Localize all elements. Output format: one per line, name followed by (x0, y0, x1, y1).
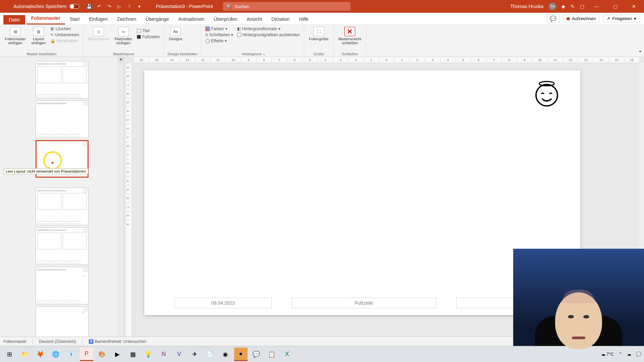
telegram-icon[interactable]: ✈ (188, 348, 201, 361)
comments-button[interactable]: 💬 (547, 14, 559, 23)
username-label[interactable]: Thomas Hruska (510, 4, 543, 9)
tab-zeichnen[interactable]: Zeichnen (112, 14, 141, 24)
themes-button[interactable]: AaDesigns (168, 26, 184, 42)
tab-animationen[interactable]: Animationen (174, 14, 209, 24)
firefox-icon[interactable]: 🦊 (34, 348, 47, 361)
excel-icon[interactable]: X (280, 348, 294, 361)
insert-layout-button[interactable]: ▥Layout einfügen (30, 26, 47, 46)
vlc-icon[interactable]: ▶ (111, 348, 124, 361)
search-box[interactable]: 🔍 Suchen (223, 2, 351, 11)
qat-more-icon[interactable]: ▾ (137, 3, 143, 9)
save-icon[interactable]: 💾 (86, 3, 92, 9)
tab-datei[interactable]: Datei (3, 15, 25, 24)
pen-icon[interactable]: ✎ (571, 4, 575, 9)
onedrive-tray-icon[interactable]: ☁ (627, 352, 631, 357)
close-icon: ✕ (344, 27, 355, 36)
app-icon-1[interactable]: ▦ (126, 348, 140, 361)
colors-button[interactable]: Farben ▾ (205, 26, 234, 32)
layout-thumb-6[interactable]: Mastertitelformat bearbeiten //// (36, 267, 89, 304)
tab-start[interactable]: Start (65, 14, 85, 24)
powerpoint-icon[interactable]: P (80, 348, 93, 361)
status-language[interactable]: Deutsch (Österreich) (39, 339, 76, 344)
layout-thumb-2[interactable]: Mastertitelformat bearbeiten (36, 101, 89, 138)
title-checkbox[interactable]: Titel (136, 28, 161, 34)
windows-taskbar: ⊞ 📁 🦊 🌐 📧 P 🎨 ▶ ▦ 💡 N V ✈ 📄 ◉ ● 💬 📋 X ☁ … (0, 346, 644, 362)
discord-icon[interactable]: 💬 (250, 348, 263, 361)
undo-icon[interactable]: ↶ (96, 3, 102, 9)
group-masterlayout: Masterlayout (87, 52, 161, 56)
background-styles-button[interactable]: ◧Hintergrundformate ▾ (236, 26, 301, 32)
fonts-button[interactable]: ASchriftarten ▾ (205, 32, 234, 38)
horizontal-ruler: 1615141312111098765432101234567891011121… (133, 57, 639, 63)
ribbon-collapse-button[interactable]: ⌃ (638, 25, 644, 57)
recording-app-icon[interactable]: ● (234, 348, 248, 361)
footers-checkbox[interactable]: Fußzeilen (136, 34, 161, 40)
ribbon: ▤Folienmaster einfügen ▥Layout einfügen … (0, 25, 644, 57)
outlook-icon[interactable]: 📧 (64, 348, 78, 361)
pdf-icon[interactable]: 📄 (203, 348, 217, 361)
weather-widget[interactable]: ☁ 7°C (601, 352, 614, 357)
scroll-up-icon[interactable]: ▴ (118, 57, 124, 62)
redo-icon[interactable]: ↷ (106, 3, 112, 9)
hide-bg-graphics-checkbox[interactable]: Hintergrundgrafiken ausblenden (236, 32, 301, 38)
avatar[interactable]: TH (549, 3, 556, 10)
smiley-shape[interactable] (533, 80, 560, 107)
close-master-view-button[interactable]: ✕Masteransicht schließen (337, 26, 363, 46)
chrome-icon[interactable]: 🌐 (49, 348, 62, 361)
thumbnail-pane[interactable]: Mastertitelformat bearbeiten Mastertitel… (0, 57, 124, 352)
thumb-close-icon (84, 62, 87, 66)
tab-ansicht[interactable]: Ansicht (242, 14, 267, 24)
tab-einfuegen[interactable]: Einfügen (84, 14, 112, 24)
close-button[interactable]: ✕ (627, 0, 641, 13)
effects-button[interactable]: ◯Effekte ▾ (205, 38, 234, 44)
window-icon[interactable]: ▢ (580, 4, 584, 9)
share-button[interactable]: ↗Freigeben▾ (603, 15, 640, 22)
tab-folienmaster[interactable]: Folienmaster (26, 13, 65, 24)
tab-ueberpruefen[interactable]: Überprüfen (209, 14, 242, 24)
app-icon-2[interactable]: 💡 (142, 348, 155, 361)
autosave-toggle[interactable]: Automatisches Speichern (13, 4, 79, 9)
file-explorer-icon[interactable]: 📁 (18, 348, 32, 361)
insert-placeholder-button[interactable]: ▭Platzhalter einfügen (113, 26, 133, 46)
tab-dictation[interactable]: Dictation (267, 14, 294, 24)
tab-uebergaenge[interactable]: Übergänge (141, 14, 173, 24)
thumb-scrollbar[interactable]: ▴ ▾ (118, 57, 124, 352)
layout-thumb-5[interactable]: Mastertitelformat bearbeiten (36, 227, 89, 265)
layout-icon: ▥ (33, 27, 44, 36)
start-button[interactable]: ⊞ (3, 348, 16, 361)
status-accessibility[interactable]: ♿ Barrierefreiheit: Untersuchen (89, 339, 146, 344)
thumb-close-icon (84, 229, 87, 232)
minimize-button[interactable]: — (590, 0, 603, 13)
date-placeholder[interactable]: 09.04.2023 (174, 298, 272, 308)
insert-slide-master-button[interactable]: ▤Folienmaster einfügen (3, 26, 28, 46)
rename-layout-button[interactable]: ✎Umbenennen (50, 32, 80, 38)
tray-chevron-icon[interactable]: ⌃ (619, 352, 622, 357)
visual-studio-icon[interactable]: V (172, 348, 186, 361)
thumb-close-icon (84, 102, 87, 105)
vertical-ruler: 9876543210123456789 (126, 63, 132, 349)
toggle-switch[interactable] (69, 4, 79, 9)
autosave-label: Automatisches Speichern (13, 4, 67, 9)
from-beginning-icon[interactable]: ▷ (116, 3, 122, 9)
preserve-icon: 🔒 (50, 39, 55, 43)
footer-placeholder[interactable]: Fußzeile (292, 298, 436, 308)
touch-mode-icon[interactable]: ☟ (126, 3, 132, 9)
colors-icon (205, 26, 210, 31)
effects-icon: ◯ (205, 39, 210, 43)
app-icon-3[interactable]: 📋 (265, 348, 278, 361)
record-button[interactable]: Aufzeichnen (563, 15, 600, 22)
onenote-icon[interactable]: N (157, 348, 170, 361)
chat-tray-icon[interactable]: 💬 (636, 352, 641, 357)
delete-layout-button[interactable]: 🗑Löschen (50, 26, 80, 32)
layout-thumb-1[interactable]: Mastertitelformat bearbeiten (36, 61, 89, 99)
obs-icon[interactable]: ◉ (219, 348, 232, 361)
tab-hilfe[interactable]: Hilfe (294, 14, 313, 24)
layout-thumb-4[interactable]: Mastertitelformat bearbeiten (36, 188, 89, 225)
slide-size-button[interactable]: ⛶Foliengröße (308, 26, 330, 42)
maximize-button[interactable]: ▢ (608, 0, 622, 13)
dialog-launcher-icon[interactable]: ↘ (261, 52, 265, 56)
paint-icon[interactable]: 🎨 (95, 348, 109, 361)
diamond-icon[interactable]: ◆ (561, 4, 565, 9)
thumb-close-icon (84, 308, 87, 311)
cursor-icon: ➤ (51, 160, 55, 165)
